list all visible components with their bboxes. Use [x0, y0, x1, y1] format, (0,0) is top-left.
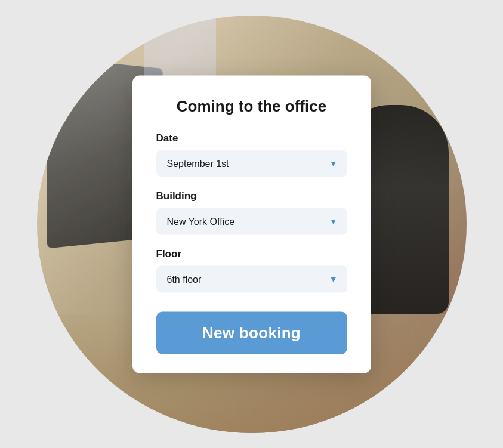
- booking-card: Coming to the office Date September 1st …: [132, 75, 371, 373]
- floor-field-group: Floor 1st floor 2nd floor 3rd floor 4th …: [156, 248, 347, 292]
- floor-label: Floor: [156, 248, 347, 259]
- new-booking-button[interactable]: New booking: [156, 311, 347, 354]
- building-select[interactable]: New York Office London Office Berlin Off…: [156, 208, 347, 234]
- building-select-wrapper: New York Office London Office Berlin Off…: [156, 208, 347, 234]
- card-title: Coming to the office: [156, 97, 347, 115]
- building-field-group: Building New York Office London Office B…: [156, 190, 347, 234]
- floor-select[interactable]: 1st floor 2nd floor 3rd floor 4th floor …: [156, 265, 347, 292]
- date-select[interactable]: September 1st September 2nd September 3r…: [156, 150, 347, 177]
- date-label: Date: [156, 132, 347, 144]
- building-label: Building: [156, 190, 347, 202]
- floor-select-wrapper: 1st floor 2nd floor 3rd floor 4th floor …: [156, 265, 347, 292]
- date-field-group: Date September 1st September 2nd Septemb…: [156, 132, 347, 177]
- date-select-wrapper: September 1st September 2nd September 3r…: [156, 150, 347, 177]
- scene-container: Coming to the office Date September 1st …: [37, 16, 467, 433]
